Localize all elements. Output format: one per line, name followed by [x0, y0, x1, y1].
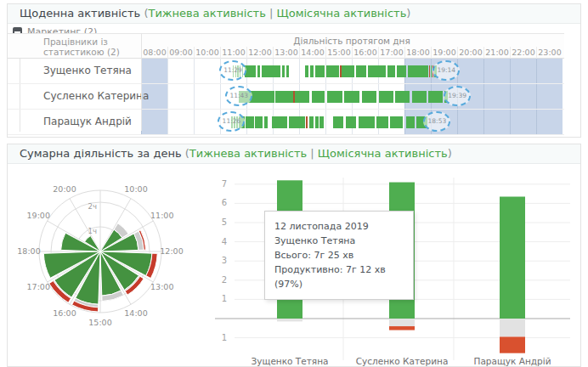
activity-segment-productive[interactable]	[315, 65, 325, 77]
hour-tick-label: 16:00	[352, 47, 378, 59]
summary-panel-header: Сумарна діяльність за день (Тижнева акти…	[8, 144, 580, 164]
monthly-activity-link[interactable]: Щомісячна активність	[318, 147, 448, 160]
activity-segment-productive[interactable]	[264, 116, 269, 128]
polar-hour-label: 19:00	[27, 211, 50, 220]
employee-timeline-row: Паращук Андрій11:2618:53	[8, 110, 564, 135]
activity-segment-productive[interactable]	[305, 65, 308, 77]
activity-segment-productive[interactable]	[272, 116, 287, 128]
activity-segment-productive[interactable]	[333, 116, 343, 128]
bar-ytick-label: 1	[222, 333, 227, 342]
activity-segment-productive[interactable]	[359, 116, 375, 128]
bar-ytick-label: 6	[222, 198, 227, 207]
activity-segment-productive[interactable]	[379, 91, 393, 103]
hour-tick-label: 22:00	[510, 47, 536, 59]
bar-unproductive[interactable]	[389, 326, 415, 330]
activity-segment-productive[interactable]	[387, 65, 395, 77]
daily-timeline-grid: Працівники із статистикою (2) Діяльність…	[8, 33, 564, 135]
activity-segment-productive[interactable]	[319, 116, 323, 128]
activity-segment-productive[interactable]	[326, 65, 340, 77]
hour-tick-label: 13:00	[273, 47, 299, 59]
activity-segment-productive[interactable]	[368, 65, 387, 77]
polar-ring-tick-label: 2ч	[88, 202, 97, 211]
activity-segment-productive[interactable]	[286, 65, 288, 77]
bar-ytick-label: 2	[222, 275, 227, 285]
activity-segment-productive[interactable]	[246, 116, 254, 128]
employees-column-header: Працівники із статистикою (2)	[8, 34, 141, 58]
daily-panel-header: Щоденна активність (Тижнева активність |…	[8, 4, 580, 24]
activity-segment-productive[interactable]	[376, 116, 388, 128]
activity-segment-productive[interactable]	[346, 116, 356, 128]
activity-segment-productive[interactable]	[390, 116, 403, 128]
activity-segment-productive[interactable]	[310, 65, 314, 77]
weekly-activity-link[interactable]: Тижнева активність	[148, 7, 265, 20]
hour-tick-label: 08:00	[141, 47, 167, 59]
activity-segment-productive[interactable]	[257, 65, 260, 77]
hour-tick-label: 12:00	[246, 47, 273, 59]
hour-tick-label: 17:00	[378, 47, 404, 59]
monthly-activity-link[interactable]: Щомісячна активність	[277, 7, 407, 20]
activity-segment-productive[interactable]	[275, 91, 292, 103]
activity-segment-productive[interactable]	[397, 65, 407, 77]
activity-segment-productive[interactable]	[395, 91, 410, 103]
activity-segment-productive[interactable]	[255, 116, 263, 128]
start-time-marker: 11:29	[219, 60, 246, 81]
weekly-activity-link[interactable]: Тижнева активність	[189, 147, 307, 160]
activity-segment-productive[interactable]	[362, 91, 377, 103]
activity-segment-productive[interactable]	[315, 116, 319, 128]
activity-segment-unproductive[interactable]	[306, 116, 308, 128]
employee-timeline-row: Сусленко Катерина11:4319:39	[8, 84, 564, 110]
end-time-marker: 19:14	[433, 60, 460, 81]
bar-category-label: Паращук Андрій	[474, 356, 551, 366]
polar-chart-svg: 10:0011:0012:0013:0014:0015:0016:0017:00…	[9, 175, 195, 330]
activity-segment-productive[interactable]	[282, 65, 284, 77]
activity-segment-productive[interactable]	[295, 91, 308, 103]
activity-segment-productive[interactable]	[428, 91, 443, 103]
activity-segment-productive[interactable]	[289, 116, 305, 128]
activity-segment-productive[interactable]	[406, 116, 416, 128]
activity-segment-productive[interactable]	[312, 91, 325, 103]
activity-segment-productive[interactable]	[309, 116, 314, 128]
activity-segment-productive[interactable]	[356, 65, 366, 77]
paren-close: )	[448, 147, 452, 160]
activity-segment-productive[interactable]	[342, 65, 354, 77]
hour-tick-label: 23:00	[536, 47, 563, 59]
bar-neutral[interactable]	[277, 319, 302, 321]
employee-timeline-row: Зущенко Тетяна11:2919:14	[8, 59, 564, 84]
employee-name: Паращук Андрій	[43, 110, 132, 134]
polar-hour-label: 18:00	[17, 246, 40, 256]
bar-neutral[interactable]	[500, 319, 525, 336]
bar-unproductive[interactable]	[500, 336, 525, 353]
daily-panel-title: Щоденна активність	[20, 7, 140, 20]
column-divider	[141, 33, 142, 131]
paren-close: )	[406, 7, 410, 20]
polar-hour-label: 14:00	[124, 308, 147, 318]
employee-name: Зущенко Тетяна	[43, 59, 132, 83]
activity-segment-productive[interactable]	[412, 91, 427, 103]
end-time-marker: 19:39	[444, 86, 471, 106]
bar-category-label: Сусленко Катерина	[356, 356, 449, 366]
activity-segment-productive[interactable]	[408, 65, 428, 77]
hour-tick-label: 14:00	[299, 47, 325, 59]
activity-segment-productive[interactable]	[327, 91, 342, 103]
tooltip-total: Всього: 7г 25 хв	[274, 248, 404, 263]
hour-tick-label: 20:00	[457, 47, 483, 59]
hour-tick-label: 18:00	[404, 47, 431, 59]
activity-segment-productive[interactable]	[262, 65, 280, 77]
polar-hour-label: 17:00	[27, 282, 50, 291]
activity-segment-productive[interactable]	[344, 91, 359, 103]
hour-tick-label: 19:00	[431, 47, 457, 59]
bar-neutral[interactable]	[389, 319, 415, 326]
hour-tick-label: 09:00	[167, 47, 194, 59]
polar-hour-label: 16:00	[53, 308, 76, 318]
link-separator: |	[310, 147, 314, 160]
polar-hour-label: 15:00	[88, 318, 111, 327]
tooltip-productive: Продуктивно: 7г 12 хв (97%)	[274, 263, 404, 291]
bar-productive[interactable]	[500, 196, 525, 319]
polar-hour-label: 11:00	[150, 211, 173, 220]
employee-name: Сусленко Катерина	[43, 84, 149, 109]
hour-tick-label: 11:00	[220, 47, 246, 59]
tooltip-date: 12 листопада 2019	[274, 219, 404, 234]
link-separator: |	[269, 7, 273, 20]
bar-ytick-label: 4	[222, 237, 227, 246]
polar-hour-label: 13:00	[150, 282, 173, 291]
